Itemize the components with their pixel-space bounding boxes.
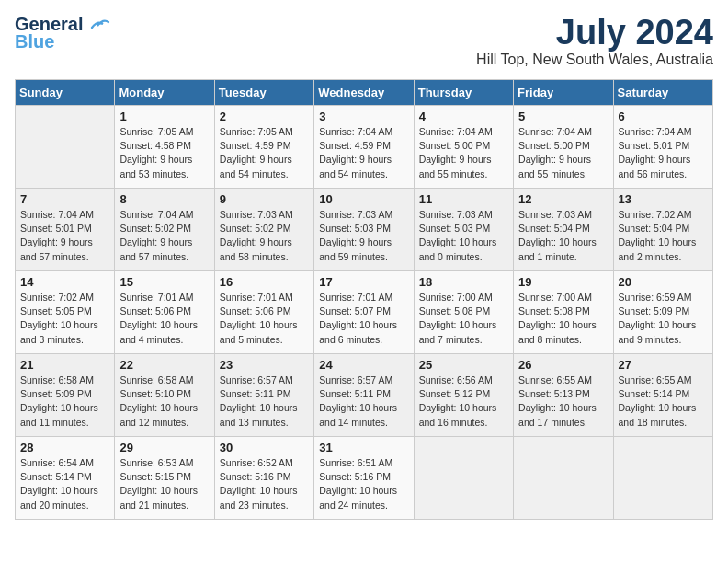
day-number: 9 bbox=[220, 192, 309, 206]
logo-blue: Blue bbox=[15, 31, 54, 52]
calendar-cell: 25Sunrise: 6:56 AMSunset: 5:12 PMDayligh… bbox=[414, 354, 513, 437]
calendar-cell: 21Sunrise: 6:58 AMSunset: 5:09 PMDayligh… bbox=[16, 354, 115, 437]
day-number: 27 bbox=[619, 358, 708, 372]
calendar-cell: 15Sunrise: 7:01 AMSunset: 5:06 PMDayligh… bbox=[115, 271, 214, 354]
day-number: 31 bbox=[319, 441, 408, 454]
day-number: 23 bbox=[220, 358, 309, 372]
calendar-cell: 3Sunrise: 7:04 AMSunset: 4:59 PMDaylight… bbox=[314, 106, 414, 189]
day-info: Sunrise: 7:01 AMSunset: 5:06 PMDaylight:… bbox=[220, 291, 309, 347]
day-info: Sunrise: 6:58 AMSunset: 5:09 PMDaylight:… bbox=[20, 373, 109, 430]
day-info: Sunrise: 7:04 AMSunset: 5:01 PMDaylight:… bbox=[619, 125, 708, 181]
day-info: Sunrise: 7:04 AMSunset: 4:59 PMDaylight:… bbox=[319, 125, 408, 181]
calendar-cell bbox=[514, 437, 613, 520]
calendar-cell bbox=[414, 437, 513, 520]
day-info: Sunrise: 7:00 AMSunset: 5:08 PMDaylight:… bbox=[518, 291, 608, 347]
day-number: 7 bbox=[20, 192, 109, 206]
calendar-cell: 26Sunrise: 6:55 AMSunset: 5:13 PMDayligh… bbox=[514, 354, 613, 437]
calendar-cell: 8Sunrise: 7:04 AMSunset: 5:02 PMDaylight… bbox=[115, 189, 214, 271]
day-number: 11 bbox=[419, 192, 508, 206]
calendar-cell: 16Sunrise: 7:01 AMSunset: 5:06 PMDayligh… bbox=[214, 271, 313, 354]
calendar-cell: 24Sunrise: 6:57 AMSunset: 5:11 PMDayligh… bbox=[314, 354, 414, 437]
calendar-week-1: 1Sunrise: 7:05 AMSunset: 4:58 PMDaylight… bbox=[16, 106, 713, 189]
day-number: 25 bbox=[419, 358, 508, 372]
calendar-table: SundayMondayTuesdayWednesdayThursdayFrid… bbox=[15, 79, 713, 520]
day-info: Sunrise: 7:03 AMSunset: 5:02 PMDaylight:… bbox=[220, 208, 309, 264]
day-number: 6 bbox=[619, 109, 708, 123]
calendar-cell: 14Sunrise: 7:02 AMSunset: 5:05 PMDayligh… bbox=[16, 271, 115, 354]
day-header-friday: Friday bbox=[514, 80, 613, 106]
day-info: Sunrise: 6:52 AMSunset: 5:16 PMDaylight:… bbox=[220, 456, 309, 512]
day-info: Sunrise: 7:05 AMSunset: 4:59 PMDaylight:… bbox=[220, 125, 309, 181]
day-header-monday: Monday bbox=[115, 80, 214, 106]
calendar-cell: 30Sunrise: 6:52 AMSunset: 5:16 PMDayligh… bbox=[214, 437, 313, 520]
day-info: Sunrise: 6:58 AMSunset: 5:10 PMDaylight:… bbox=[119, 373, 209, 430]
day-info: Sunrise: 7:01 AMSunset: 5:07 PMDaylight:… bbox=[319, 291, 408, 347]
day-number: 19 bbox=[518, 275, 608, 289]
day-info: Sunrise: 7:02 AMSunset: 5:05 PMDaylight:… bbox=[20, 291, 109, 347]
calendar-cell: 28Sunrise: 6:54 AMSunset: 5:14 PMDayligh… bbox=[16, 437, 115, 520]
day-number: 1 bbox=[119, 109, 209, 123]
calendar-cell: 18Sunrise: 7:00 AMSunset: 5:08 PMDayligh… bbox=[414, 271, 513, 354]
day-header-thursday: Thursday bbox=[414, 80, 513, 106]
day-number: 20 bbox=[619, 275, 708, 289]
calendar-cell: 31Sunrise: 6:51 AMSunset: 5:16 PMDayligh… bbox=[314, 437, 414, 520]
calendar-week-3: 14Sunrise: 7:02 AMSunset: 5:05 PMDayligh… bbox=[16, 271, 713, 354]
calendar-cell: 9Sunrise: 7:03 AMSunset: 5:02 PMDaylight… bbox=[214, 189, 313, 271]
logo: General Blue bbox=[15, 15, 110, 52]
day-number: 28 bbox=[20, 441, 109, 454]
day-number: 17 bbox=[319, 275, 408, 289]
day-number: 30 bbox=[220, 441, 309, 454]
day-info: Sunrise: 6:57 AMSunset: 5:11 PMDaylight:… bbox=[220, 373, 309, 430]
calendar-cell: 5Sunrise: 7:04 AMSunset: 5:00 PMDaylight… bbox=[514, 106, 613, 189]
calendar-cell bbox=[16, 106, 115, 189]
month-title: July 2024 bbox=[476, 15, 713, 50]
day-number: 22 bbox=[119, 358, 209, 372]
title-block: July 2024 Hill Top, New South Wales, Aus… bbox=[476, 15, 713, 68]
day-number: 26 bbox=[518, 358, 608, 372]
calendar-week-5: 28Sunrise: 6:54 AMSunset: 5:14 PMDayligh… bbox=[16, 437, 713, 520]
day-info: Sunrise: 6:55 AMSunset: 5:14 PMDaylight:… bbox=[619, 373, 708, 430]
calendar-cell: 23Sunrise: 6:57 AMSunset: 5:11 PMDayligh… bbox=[214, 354, 313, 437]
day-number: 10 bbox=[319, 192, 408, 206]
calendar-cell: 11Sunrise: 7:03 AMSunset: 5:03 PMDayligh… bbox=[414, 189, 513, 271]
calendar-week-4: 21Sunrise: 6:58 AMSunset: 5:09 PMDayligh… bbox=[16, 354, 713, 437]
day-info: Sunrise: 7:05 AMSunset: 4:58 PMDaylight:… bbox=[119, 125, 209, 181]
calendar-cell: 29Sunrise: 6:53 AMSunset: 5:15 PMDayligh… bbox=[115, 437, 214, 520]
day-header-saturday: Saturday bbox=[613, 80, 712, 106]
day-number: 5 bbox=[518, 109, 608, 123]
calendar-cell: 2Sunrise: 7:05 AMSunset: 4:59 PMDaylight… bbox=[214, 106, 313, 189]
day-number: 13 bbox=[619, 192, 708, 206]
day-header-tuesday: Tuesday bbox=[214, 80, 313, 106]
day-number: 29 bbox=[119, 441, 209, 454]
day-number: 14 bbox=[20, 275, 109, 289]
calendar-cell: 17Sunrise: 7:01 AMSunset: 5:07 PMDayligh… bbox=[314, 271, 414, 354]
day-info: Sunrise: 6:56 AMSunset: 5:12 PMDaylight:… bbox=[419, 373, 508, 430]
day-info: Sunrise: 7:03 AMSunset: 5:03 PMDaylight:… bbox=[419, 208, 508, 264]
day-info: Sunrise: 7:03 AMSunset: 5:04 PMDaylight:… bbox=[518, 208, 608, 264]
calendar-cell: 10Sunrise: 7:03 AMSunset: 5:03 PMDayligh… bbox=[314, 189, 414, 271]
day-info: Sunrise: 6:59 AMSunset: 5:09 PMDaylight:… bbox=[619, 291, 708, 347]
day-number: 16 bbox=[220, 275, 309, 289]
day-info: Sunrise: 6:54 AMSunset: 5:14 PMDaylight:… bbox=[20, 456, 109, 512]
day-info: Sunrise: 7:03 AMSunset: 5:03 PMDaylight:… bbox=[319, 208, 408, 264]
bird-icon bbox=[90, 18, 110, 33]
day-info: Sunrise: 6:57 AMSunset: 5:11 PMDaylight:… bbox=[319, 373, 408, 430]
day-info: Sunrise: 7:04 AMSunset: 5:00 PMDaylight:… bbox=[518, 125, 608, 181]
calendar-header-row: SundayMondayTuesdayWednesdayThursdayFrid… bbox=[16, 80, 713, 106]
day-info: Sunrise: 6:53 AMSunset: 5:15 PMDaylight:… bbox=[119, 456, 209, 512]
calendar-cell: 7Sunrise: 7:04 AMSunset: 5:01 PMDaylight… bbox=[16, 189, 115, 271]
calendar-week-2: 7Sunrise: 7:04 AMSunset: 5:01 PMDaylight… bbox=[16, 189, 713, 271]
calendar-cell: 19Sunrise: 7:00 AMSunset: 5:08 PMDayligh… bbox=[514, 271, 613, 354]
day-info: Sunrise: 7:01 AMSunset: 5:06 PMDaylight:… bbox=[119, 291, 209, 347]
day-info: Sunrise: 6:55 AMSunset: 5:13 PMDaylight:… bbox=[518, 373, 608, 430]
day-number: 4 bbox=[419, 109, 508, 123]
calendar-cell: 4Sunrise: 7:04 AMSunset: 5:00 PMDaylight… bbox=[414, 106, 513, 189]
day-number: 21 bbox=[20, 358, 109, 372]
calendar-cell: 1Sunrise: 7:05 AMSunset: 4:58 PMDaylight… bbox=[115, 106, 214, 189]
day-info: Sunrise: 7:00 AMSunset: 5:08 PMDaylight:… bbox=[419, 291, 508, 347]
day-header-sunday: Sunday bbox=[16, 80, 115, 106]
page-header: General Blue July 2024 Hill Top, New Sou… bbox=[15, 15, 713, 68]
calendar-cell: 12Sunrise: 7:03 AMSunset: 5:04 PMDayligh… bbox=[514, 189, 613, 271]
calendar-cell bbox=[613, 437, 712, 520]
day-number: 24 bbox=[319, 358, 408, 372]
